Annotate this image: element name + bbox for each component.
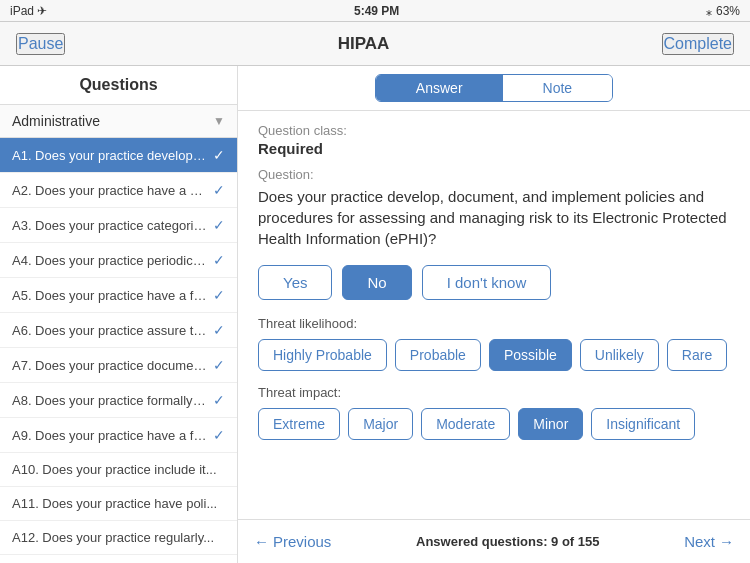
bottom-bar: ← Previous Answered questions: 9 of 155 …	[238, 519, 750, 563]
likelihood-btn-possible[interactable]: Possible	[489, 339, 572, 371]
check-icon: ✓	[213, 252, 225, 268]
sidebar-item-a7[interactable]: A7. Does your practice document...✓	[0, 348, 237, 383]
pause-button[interactable]: Pause	[16, 33, 65, 55]
next-label: Next	[684, 533, 715, 550]
top-nav: Pause HIPAA Complete	[0, 22, 750, 66]
sidebar-item-label: A7. Does your practice document...	[12, 358, 209, 373]
sidebar-item-label: A4. Does your practice periodical...	[12, 253, 209, 268]
sidebar-item-label: A12. Does your practice regularly...	[12, 530, 225, 545]
sidebar-item-a8[interactable]: A8. Does your practice formally d...✓	[0, 383, 237, 418]
sidebar-list: A1. Does your practice develop, d...✓A2.…	[0, 138, 237, 563]
answer-btn-no[interactable]: No	[342, 265, 411, 300]
sidebar-item-label: A8. Does your practice formally d...	[12, 393, 209, 408]
ipad-label: iPad ✈	[10, 4, 47, 18]
bluetooth-icon: ⁎	[706, 4, 712, 18]
sidebar: Questions Administrative ▼ A1. Does your…	[0, 66, 238, 563]
check-icon: ✓	[213, 287, 225, 303]
sidebar-item-label: A3. Does your practice categoriz...	[12, 218, 209, 233]
answered-info: Answered questions: 9 of 155	[416, 534, 600, 549]
sidebar-item-label: A1. Does your practice develop, d...	[12, 148, 209, 163]
answered-separator: of	[558, 534, 578, 549]
check-icon: ✓	[213, 217, 225, 233]
answered-prefix: Answered questions:	[416, 534, 551, 549]
answer-buttons: YesNoI don't know	[258, 265, 730, 300]
sidebar-item-label: A2. Does your practice have a pr...	[12, 183, 209, 198]
tab-group: Answer Note	[375, 74, 613, 102]
threat-impact-buttons: ExtremeMajorModerateMinorInsignificant	[258, 408, 730, 440]
category-dropdown[interactable]: Administrative ▼	[0, 105, 237, 138]
check-icon: ✓	[213, 322, 225, 338]
sidebar-item-a9[interactable]: A9. Does your practice have a for...✓	[0, 418, 237, 453]
status-bar: iPad ✈ 5:49 PM ⁎ 63%	[0, 0, 750, 22]
main-layout: Questions Administrative ▼ A1. Does your…	[0, 66, 750, 563]
sidebar-item-a10[interactable]: A10. Does your practice include it...	[0, 453, 237, 487]
chevron-down-icon: ▼	[213, 114, 225, 128]
threat-likelihood-label: Threat likelihood:	[258, 316, 730, 331]
status-right: ⁎ 63%	[706, 4, 740, 18]
check-icon: ✓	[213, 182, 225, 198]
answer-btn-i-dont-know[interactable]: I don't know	[422, 265, 552, 300]
content-area: Answer Note Question class: Required Que…	[238, 66, 750, 563]
sidebar-item-label: A11. Does your practice have poli...	[12, 496, 225, 511]
status-time: 5:49 PM	[354, 4, 399, 18]
battery-level: 63%	[716, 4, 740, 18]
next-button[interactable]: Next →	[684, 533, 734, 550]
likelihood-btn-probable[interactable]: Probable	[395, 339, 481, 371]
sidebar-header: Questions	[0, 66, 237, 105]
next-arrow-icon: →	[719, 533, 734, 550]
question-text: Does your practice develop, document, an…	[258, 186, 730, 249]
question-label: Question:	[258, 167, 730, 182]
tab-bar: Answer Note	[238, 66, 750, 111]
likelihood-btn-rare[interactable]: Rare	[667, 339, 727, 371]
sidebar-item-a11[interactable]: A11. Does your practice have poli...	[0, 487, 237, 521]
sidebar-item-a4[interactable]: A4. Does your practice periodical...✓	[0, 243, 237, 278]
threat-impact-label: Threat impact:	[258, 385, 730, 400]
tab-answer[interactable]: Answer	[376, 75, 503, 101]
status-left: iPad ✈	[10, 4, 47, 18]
check-icon: ✓	[213, 392, 225, 408]
sidebar-item-label: A10. Does your practice include it...	[12, 462, 225, 477]
sidebar-item-a13[interactable]: A13. Does your practice have a s...	[0, 555, 237, 563]
impact-btn-extreme[interactable]: Extreme	[258, 408, 340, 440]
class-value: Required	[258, 140, 730, 157]
impact-btn-minor[interactable]: Minor	[518, 408, 583, 440]
sidebar-item-a1[interactable]: A1. Does your practice develop, d...✓	[0, 138, 237, 173]
dropdown-label: Administrative	[12, 113, 100, 129]
previous-label: Previous	[273, 533, 331, 550]
impact-btn-insignificant[interactable]: Insignificant	[591, 408, 695, 440]
sidebar-item-a6[interactable]: A6. Does your practice assure th...✓	[0, 313, 237, 348]
class-label: Question class:	[258, 123, 730, 138]
check-icon: ✓	[213, 427, 225, 443]
sidebar-item-a3[interactable]: A3. Does your practice categoriz...✓	[0, 208, 237, 243]
nav-title: HIPAA	[338, 34, 390, 54]
answered-total: 155	[578, 534, 600, 549]
impact-btn-moderate[interactable]: Moderate	[421, 408, 510, 440]
sidebar-item-a12[interactable]: A12. Does your practice regularly...	[0, 521, 237, 555]
sidebar-item-label: A9. Does your practice have a for...	[12, 428, 209, 443]
check-icon: ✓	[213, 357, 225, 373]
sidebar-item-a2[interactable]: A2. Does your practice have a pr...✓	[0, 173, 237, 208]
impact-btn-major[interactable]: Major	[348, 408, 413, 440]
tab-note[interactable]: Note	[503, 75, 613, 101]
sidebar-item-label: A6. Does your practice assure th...	[12, 323, 209, 338]
likelihood-btn-unlikely[interactable]: Unlikely	[580, 339, 659, 371]
previous-button[interactable]: ← Previous	[254, 533, 331, 550]
check-icon: ✓	[213, 147, 225, 163]
answer-btn-yes[interactable]: Yes	[258, 265, 332, 300]
complete-button[interactable]: Complete	[662, 33, 734, 55]
question-content: Question class: Required Question: Does …	[238, 111, 750, 519]
likelihood-btn-highly-probable[interactable]: Highly Probable	[258, 339, 387, 371]
threat-likelihood-buttons: Highly ProbableProbablePossibleUnlikelyR…	[258, 339, 730, 371]
sidebar-item-a5[interactable]: A5. Does your practice have a for...✓	[0, 278, 237, 313]
sidebar-item-label: A5. Does your practice have a for...	[12, 288, 209, 303]
previous-arrow-icon: ←	[254, 533, 269, 550]
